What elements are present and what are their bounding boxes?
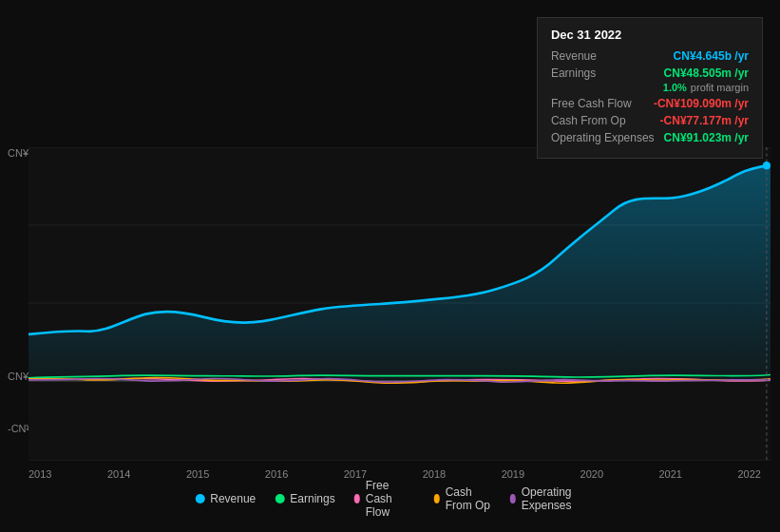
legend-earnings[interactable]: Earnings <box>275 492 334 505</box>
x-label-2013: 2013 <box>29 468 51 480</box>
legend-label-fcf: Free Cash Flow <box>366 479 415 519</box>
tooltip-opex-value: CN¥91.023m /yr <box>664 131 749 144</box>
tooltip-cashfromop-row: Cash From Op -CN¥77.177m /yr <box>551 114 749 127</box>
tooltip-opex-label: Operating Expenses <box>551 131 655 144</box>
x-label-2021: 2021 <box>659 468 682 480</box>
legend-revenue[interactable]: Revenue <box>195 492 256 505</box>
chart-legend: Revenue Earnings Free Cash Flow Cash Fro… <box>195 479 585 519</box>
legend-dot-cashfromop <box>434 494 440 504</box>
tooltip-cashfromop-value: -CN¥77.177m /yr <box>660 114 749 127</box>
legend-dot-fcf <box>354 494 360 504</box>
chart-container: Dec 31 2022 Revenue CN¥4.645b /yr Earnin… <box>0 0 780 532</box>
legend-fcf[interactable]: Free Cash Flow <box>354 479 415 519</box>
tooltip-revenue-row: Revenue CN¥4.645b /yr <box>551 49 749 63</box>
legend-label-earnings: Earnings <box>290 492 334 505</box>
legend-label-revenue: Revenue <box>210 492 256 505</box>
legend-dot-revenue <box>195 494 204 504</box>
tooltip-opex-row: Operating Expenses CN¥91.023m /yr <box>551 131 749 144</box>
x-label-2014: 2014 <box>107 468 130 480</box>
x-label-2022: 2022 <box>737 468 760 480</box>
profit-margin-pct: 1.0% <box>663 82 687 93</box>
chart-svg-area <box>29 147 770 461</box>
tooltip-fcf-row: Free Cash Flow -CN¥109.090m /yr <box>551 97 749 110</box>
svg-point-8 <box>763 162 770 170</box>
legend-dot-earnings <box>275 494 284 504</box>
legend-dot-opex <box>510 494 516 504</box>
tooltip-revenue-label: Revenue <box>551 49 597 63</box>
legend-label-cashfromop: Cash From Op <box>446 485 491 512</box>
legend-opex[interactable]: Operating Expenses <box>510 485 585 512</box>
chart-svg <box>29 147 770 461</box>
tooltip-fcf-label: Free Cash Flow <box>551 97 632 110</box>
tooltip-fcf-value: -CN¥109.090m /yr <box>654 97 749 110</box>
tooltip-revenue-value: CN¥4.645b /yr <box>674 49 749 63</box>
tooltip-earnings-label: Earnings <box>551 66 596 80</box>
tooltip-earnings-value: CN¥48.505m /yr <box>664 66 749 80</box>
legend-label-opex: Operating Expenses <box>522 485 585 512</box>
profit-margin-text: profit margin <box>691 82 749 93</box>
legend-cashfromop[interactable]: Cash From Op <box>434 485 491 512</box>
tooltip-earnings-row: Earnings CN¥48.505m /yr <box>551 66 749 80</box>
tooltip-box: Dec 31 2022 Revenue CN¥4.645b /yr Earnin… <box>537 17 763 159</box>
tooltip-cashfromop-label: Cash From Op <box>551 114 626 127</box>
profit-margin-row: 1.0% profit margin <box>551 82 749 93</box>
tooltip-date: Dec 31 2022 <box>551 28 749 42</box>
